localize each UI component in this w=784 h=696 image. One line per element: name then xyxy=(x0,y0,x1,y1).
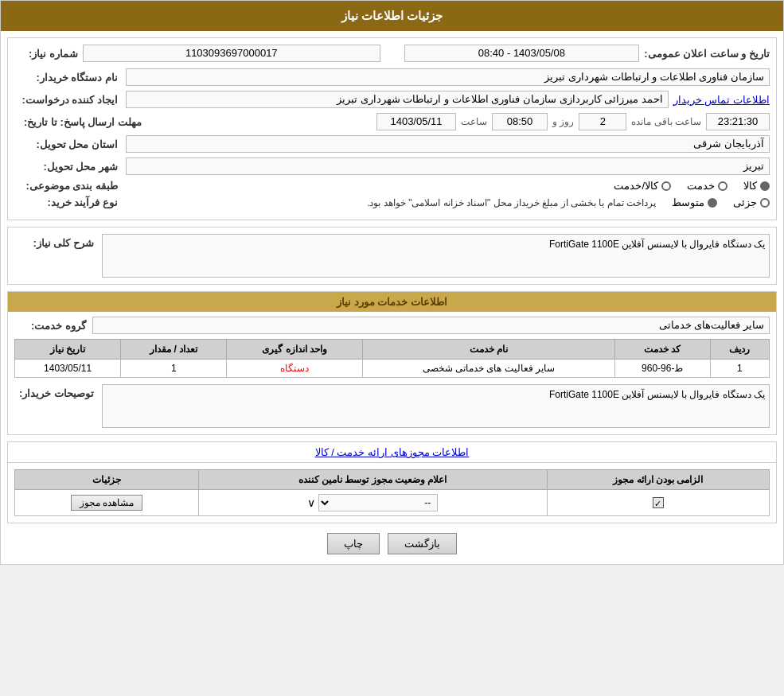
radio-kala-khadamat-label: کالا/خدمت xyxy=(614,180,658,192)
creator-label: ایجاد کننده درخواست: xyxy=(14,94,118,106)
requester-label: شماره نیاز: xyxy=(14,48,78,60)
radio-kala-circle xyxy=(760,181,770,191)
radio-motevaset: متوسط xyxy=(672,196,717,208)
deadline-days: 2 xyxy=(579,113,626,130)
org-label: نام دستگاه خریدار: xyxy=(14,72,118,84)
col-qty: تعداد / مقدار xyxy=(121,340,227,360)
permits-link[interactable]: اطلاعات مجوزهای ارائه خدمت / کالا xyxy=(315,446,470,458)
need-summary-label: شرح کلی نیاز: xyxy=(14,234,94,249)
city-label: شهر محل تحویل: xyxy=(14,161,118,173)
city-value: تبریز xyxy=(126,157,770,175)
day-label: روز و xyxy=(552,116,574,127)
announce-value: 1403/05/08 - 08:40 xyxy=(404,45,640,62)
purchase-label: نوع فرآیند خرید: xyxy=(14,196,118,208)
col-unit: واحد اندازه گیری xyxy=(227,340,363,360)
deadline-date: 1403/05/11 xyxy=(376,113,456,130)
print-button[interactable]: چاپ xyxy=(327,533,380,554)
province-label: استان محل تحویل: xyxy=(14,138,118,150)
cell-unit: دستگاه xyxy=(227,360,363,378)
need-summary-value: یک دستگاه فایروال با لایسنس آفلاین Forti… xyxy=(102,234,770,278)
radio-kala-khadamat-circle xyxy=(661,181,671,191)
time-label: ساعت xyxy=(461,116,487,127)
purchase-note: پرداخت تمام یا بخشی از مبلغ خریداز محل "… xyxy=(126,197,656,208)
contact-link[interactable]: اطلاعات تماس خریدار xyxy=(673,94,770,106)
radio-jozei: جزئی xyxy=(733,196,770,208)
page-title: جزئیات اطلاعات نیاز xyxy=(1,1,783,31)
required-checkbox xyxy=(653,497,664,508)
radio-jozei-circle xyxy=(760,198,770,208)
province-value: آذربایجان شرقی xyxy=(126,135,770,153)
creator-value: احمد میرزائی کاربردازی سازمان فناوری اطل… xyxy=(126,91,669,108)
cell-date: 1403/05/11 xyxy=(15,360,121,378)
col-row: ردیف xyxy=(710,340,769,360)
perm-detail-cell: مشاهده مجوز xyxy=(15,490,199,516)
radio-kala-label: کالا xyxy=(743,180,757,192)
view-permit-button[interactable]: مشاهده مجوز xyxy=(71,495,142,511)
deadline-time: 08:50 xyxy=(492,113,548,130)
cell-code: ط-96-960 xyxy=(614,360,710,378)
description-value: یک دستگاه فایروال با لایسنس آفلاین Forti… xyxy=(102,384,770,428)
perm-required-cell xyxy=(547,490,769,516)
perm-row: -- ∨ مشاهده مجوز xyxy=(15,490,770,516)
col-code: کد خدمت xyxy=(614,340,710,360)
perm-col-required: الزامی بودن ارائه مجوز xyxy=(547,470,769,490)
radio-kala-khadamat: کالا/خدمت xyxy=(614,180,671,192)
cell-qty: 1 xyxy=(121,360,227,378)
group-label: گروه خدمت: xyxy=(14,320,86,332)
requester-value: 1103093697000017 xyxy=(83,45,380,62)
col-name: نام خدمت xyxy=(362,340,614,360)
radio-khadamat-circle xyxy=(718,181,727,191)
radio-khadamat-label: خدمت xyxy=(687,180,715,192)
status-select[interactable]: -- xyxy=(318,494,438,511)
remaining-time: 23:21:30 xyxy=(706,113,770,130)
radio-motevaset-label: متوسط xyxy=(672,196,704,208)
deadline-label: مهلت ارسال پاسخ: تا تاریخ: xyxy=(14,116,142,128)
perm-col-detail: جزئیات xyxy=(15,470,199,490)
perm-status-cell: -- ∨ xyxy=(198,490,547,516)
title-text: جزئیات اطلاعات نیاز xyxy=(341,9,443,22)
remaining-label: ساعت باقی مانده xyxy=(631,116,701,127)
radio-kala: کالا xyxy=(743,180,770,192)
description-label: توصیحات خریدار: xyxy=(14,384,94,399)
category-label: طبقه بندی موضوعی: xyxy=(14,180,118,192)
perm-col-status: اعلام وضعیت مجوز توسط نامین کننده xyxy=(198,470,547,490)
select-arrow: ∨ xyxy=(307,496,315,509)
table-row: 1 ط-96-960 سایر فعالیت های خدماتی شخصی د… xyxy=(15,360,770,378)
group-value: سایر فعالیت‌های خدماتی xyxy=(92,317,770,334)
radio-motevaset-circle xyxy=(708,198,717,208)
services-section-title: اطلاعات خدمات مورد نیاز xyxy=(8,292,776,312)
permits-table: الزامی بودن ارائه مجوز اعلام وضعیت مجوز … xyxy=(14,469,770,516)
radio-khadamat: خدمت xyxy=(687,180,727,192)
radio-jozei-label: جزئی xyxy=(733,196,757,208)
action-buttons: بازگشت چاپ xyxy=(1,533,783,554)
col-date: تاریخ نیاز xyxy=(15,340,121,360)
announce-label: تاریخ و ساعت اعلان عمومی: xyxy=(644,48,770,60)
services-table: ردیف کد خدمت نام خدمت واحد اندازه گیری ت… xyxy=(14,339,770,378)
cell-row: 1 xyxy=(710,360,769,378)
org-value: سازمان فناوری اطلاعات و ارتباطات شهرداری… xyxy=(126,68,770,86)
back-button[interactable]: بازگشت xyxy=(388,533,457,554)
cell-name: سایر فعالیت های خدماتی شخصی xyxy=(362,360,614,378)
